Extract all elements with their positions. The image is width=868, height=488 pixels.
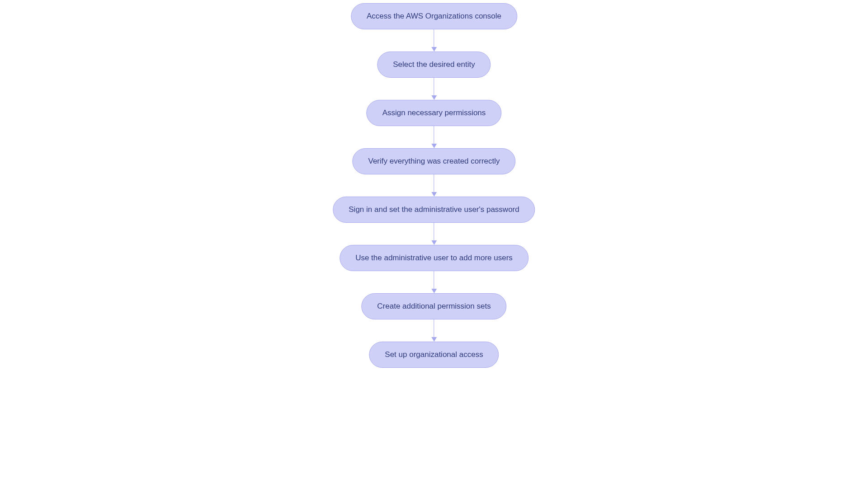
flow-node-1: Select the desired entity bbox=[377, 52, 491, 78]
arrow-down-icon bbox=[431, 95, 437, 100]
flow-node-5: Use the administrative user to add more … bbox=[340, 245, 528, 271]
flow-node-3: Verify everything was created correctly bbox=[352, 148, 515, 174]
flowchart-container: Access the AWS Organizations console Sel… bbox=[333, 3, 535, 368]
arrow-line bbox=[434, 174, 434, 192]
arrow-down-icon bbox=[431, 144, 437, 148]
arrow-line bbox=[434, 319, 434, 337]
flow-node-0: Access the AWS Organizations console bbox=[351, 3, 517, 29]
flow-node-label: Use the administrative user to add more … bbox=[355, 253, 513, 263]
arrow-down-icon bbox=[431, 337, 437, 342]
flow-arrow bbox=[431, 126, 437, 148]
flow-node-label: Set up organizational access bbox=[385, 350, 483, 359]
arrow-down-icon bbox=[431, 240, 437, 245]
flow-node-4: Sign in and set the administrative user'… bbox=[333, 197, 535, 223]
flow-node-label: Create additional permission sets bbox=[377, 302, 491, 311]
flow-node-6: Create additional permission sets bbox=[361, 293, 506, 319]
flow-node-label: Access the AWS Organizations console bbox=[367, 12, 501, 21]
arrow-down-icon bbox=[431, 47, 437, 52]
flow-arrow bbox=[431, 29, 437, 52]
flow-node-2: Assign necessary permissions bbox=[367, 100, 502, 126]
flow-arrow bbox=[431, 174, 437, 197]
arrow-line bbox=[434, 223, 434, 240]
flow-arrow bbox=[431, 223, 437, 245]
arrow-down-icon bbox=[431, 192, 437, 197]
flow-node-7: Set up organizational access bbox=[369, 342, 499, 368]
arrow-line bbox=[434, 29, 434, 47]
flow-node-label: Verify everything was created correctly bbox=[368, 157, 500, 166]
arrow-down-icon bbox=[431, 289, 437, 293]
flow-node-label: Assign necessary permissions bbox=[382, 108, 486, 117]
flow-node-label: Sign in and set the administrative user'… bbox=[349, 205, 519, 214]
flow-arrow bbox=[431, 78, 437, 100]
flow-arrow bbox=[431, 271, 437, 293]
arrow-line bbox=[434, 126, 434, 144]
flow-node-label: Select the desired entity bbox=[393, 60, 475, 69]
arrow-line bbox=[434, 271, 434, 289]
arrow-line bbox=[434, 78, 434, 95]
flow-arrow bbox=[431, 319, 437, 342]
